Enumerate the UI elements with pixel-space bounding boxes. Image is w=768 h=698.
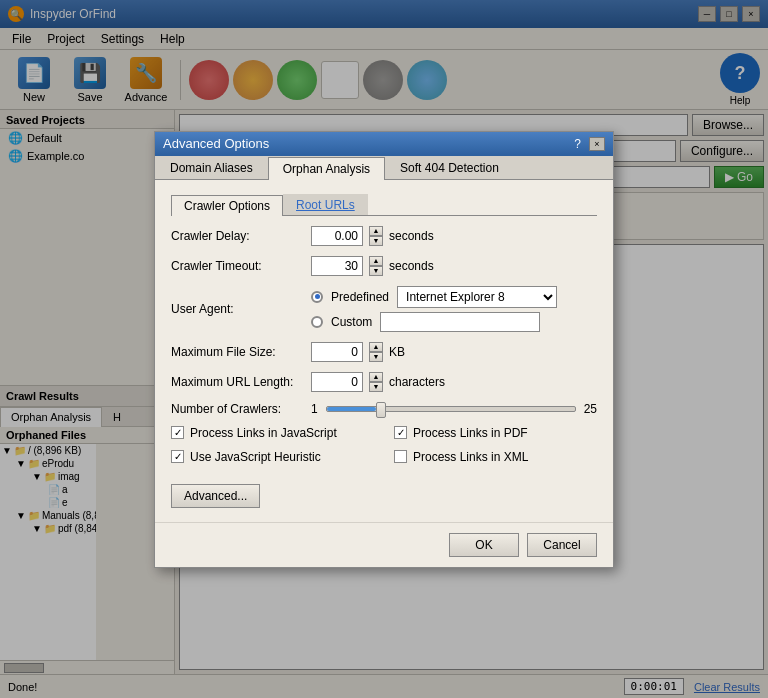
- process-pdf-links-label: Process Links in PDF: [413, 426, 528, 440]
- crawler-timeout-field: 30 ▲ ▼ seconds: [311, 256, 434, 276]
- modal-close-button[interactable]: ×: [589, 137, 605, 151]
- crawler-delay-down[interactable]: ▼: [369, 236, 383, 246]
- modal-footer: OK Cancel: [155, 522, 613, 567]
- user-agent-predefined-label: Predefined: [331, 290, 389, 304]
- crawler-timeout-row: Crawler Timeout: 30 ▲ ▼ seconds: [171, 256, 597, 276]
- crawler-timeout-down[interactable]: ▼: [369, 266, 383, 276]
- modal-subtab-crawler-options[interactable]: Crawler Options: [171, 195, 283, 216]
- max-file-size-field: 0 ▲ ▼ KB: [311, 342, 405, 362]
- max-url-length-down[interactable]: ▼: [369, 382, 383, 392]
- max-url-length-field: 0 ▲ ▼ characters: [311, 372, 445, 392]
- max-file-size-unit: KB: [389, 345, 405, 359]
- process-xml-links-label: Process Links in XML: [413, 450, 528, 464]
- user-agent-custom-row: Custom: [311, 312, 540, 332]
- modal-subtab-root-urls[interactable]: Root URLs: [283, 194, 368, 215]
- max-file-size-up[interactable]: ▲: [369, 342, 383, 352]
- crawler-delay-label: Crawler Delay:: [171, 229, 311, 243]
- modal-tab-orphan-analysis[interactable]: Orphan Analysis: [268, 157, 385, 180]
- max-file-size-spinners: ▲ ▼: [369, 342, 383, 362]
- user-agent-custom-radio[interactable]: [311, 316, 323, 328]
- modal-overlay: Advanced Options ? × Domain Aliases Orph…: [0, 0, 768, 698]
- modal-subtabs: Crawler Options Root URLs: [171, 194, 597, 216]
- num-crawlers-max: 25: [584, 402, 597, 416]
- user-agent-select[interactable]: Internet Explorer 8 Chrome Firefox Safar…: [397, 286, 557, 308]
- crawler-delay-up[interactable]: ▲: [369, 226, 383, 236]
- crawler-delay-unit: seconds: [389, 229, 434, 243]
- crawler-timeout-up[interactable]: ▲: [369, 256, 383, 266]
- checkbox-js-links: Process Links in JavaScript: [171, 426, 374, 440]
- max-url-length-up[interactable]: ▲: [369, 372, 383, 382]
- num-crawlers-row: Number of Crawlers: 1 25: [171, 402, 597, 416]
- num-crawlers-label: Number of Crawlers:: [171, 402, 311, 416]
- modal-tab-soft-404[interactable]: Soft 404 Detection: [385, 156, 514, 179]
- advanced-inner-button[interactable]: Advanced...: [171, 484, 260, 508]
- max-file-size-down[interactable]: ▼: [369, 352, 383, 362]
- crawler-timeout-unit: seconds: [389, 259, 434, 273]
- user-agent-label: User Agent:: [171, 302, 311, 316]
- modal-title-bar: Advanced Options ? ×: [155, 132, 613, 156]
- slider-fill: [327, 407, 377, 411]
- user-agent-row: User Agent: Predefined Internet Explorer…: [171, 286, 597, 332]
- crawler-delay-field: 0.00 ▲ ▼ seconds: [311, 226, 434, 246]
- max-file-size-label: Maximum File Size:: [171, 345, 311, 359]
- crawler-delay-spinners: ▲ ▼: [369, 226, 383, 246]
- checkbox-xml-links: Process Links in XML: [394, 450, 597, 464]
- max-file-size-input[interactable]: 0: [311, 342, 363, 362]
- modal-title: Advanced Options: [163, 136, 269, 151]
- checkboxes-section: Process Links in JavaScript Process Link…: [171, 426, 597, 470]
- max-url-length-input[interactable]: 0: [311, 372, 363, 392]
- max-file-size-row: Maximum File Size: 0 ▲ ▼ KB: [171, 342, 597, 362]
- max-url-length-label: Maximum URL Length:: [171, 375, 311, 389]
- max-url-length-spinners: ▲ ▼: [369, 372, 383, 392]
- crawler-timeout-input[interactable]: 30: [311, 256, 363, 276]
- modal-tabs: Domain Aliases Orphan Analysis Soft 404 …: [155, 156, 613, 180]
- num-crawlers-min: 1: [311, 402, 318, 416]
- user-agent-field: Predefined Internet Explorer 8 Chrome Fi…: [311, 286, 557, 332]
- process-js-links-checkbox[interactable]: [171, 426, 184, 439]
- process-xml-links-checkbox[interactable]: [394, 450, 407, 463]
- crawlers-slider[interactable]: [326, 406, 576, 412]
- max-url-length-unit: characters: [389, 375, 445, 389]
- use-js-heuristic-checkbox[interactable]: [171, 450, 184, 463]
- advanced-options-dialog: Advanced Options ? × Domain Aliases Orph…: [154, 131, 614, 568]
- checkboxes-grid: Process Links in JavaScript Process Link…: [171, 426, 597, 470]
- process-pdf-links-checkbox[interactable]: [394, 426, 407, 439]
- crawler-delay-row: Crawler Delay: 0.00 ▲ ▼ seconds: [171, 226, 597, 246]
- process-js-links-label: Process Links in JavaScript: [190, 426, 337, 440]
- ok-button[interactable]: OK: [449, 533, 519, 557]
- modal-title-controls: ? ×: [574, 137, 605, 151]
- cancel-button[interactable]: Cancel: [527, 533, 597, 557]
- crawler-timeout-label: Crawler Timeout:: [171, 259, 311, 273]
- checkbox-js-heuristic: Use JavaScript Heuristic: [171, 450, 374, 464]
- modal-content: Crawler Options Root URLs Crawler Delay:…: [155, 180, 613, 522]
- modal-tab-domain-aliases[interactable]: Domain Aliases: [155, 156, 268, 179]
- modal-help-button[interactable]: ?: [574, 137, 581, 151]
- max-url-length-row: Maximum URL Length: 0 ▲ ▼ characters: [171, 372, 597, 392]
- use-js-heuristic-label: Use JavaScript Heuristic: [190, 450, 321, 464]
- user-agent-predefined-row: Predefined Internet Explorer 8 Chrome Fi…: [311, 286, 557, 308]
- user-agent-custom-input[interactable]: [380, 312, 540, 332]
- checkbox-pdf-links: Process Links in PDF: [394, 426, 597, 440]
- crawler-timeout-spinners: ▲ ▼: [369, 256, 383, 276]
- crawler-delay-input[interactable]: 0.00: [311, 226, 363, 246]
- user-agent-predefined-radio[interactable]: [311, 291, 323, 303]
- user-agent-custom-label: Custom: [331, 315, 372, 329]
- slider-thumb[interactable]: [376, 402, 386, 418]
- app-window: 🔍 Inspyder OrFind ─ □ × File Project Set…: [0, 0, 768, 698]
- num-crawlers-slider-row: 1 25: [311, 402, 597, 416]
